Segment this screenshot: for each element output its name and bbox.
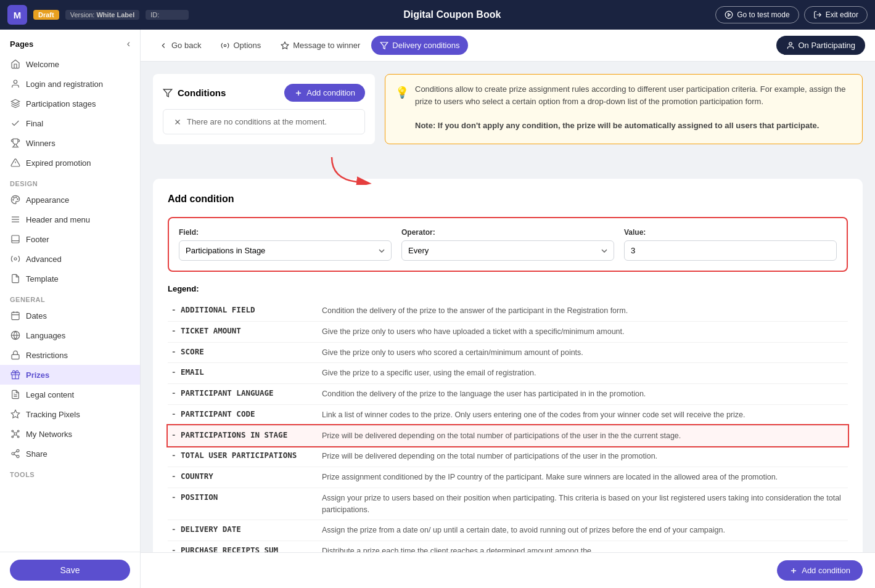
message-winner-button[interactable]: Message to winner — [272, 36, 369, 55]
value-group: Value: — [624, 228, 837, 261]
id-badge: ID: — [146, 10, 189, 20]
sidebar-item-label: Tracking Pixels — [26, 410, 80, 419]
exit-editor-button[interactable]: Exit editor — [804, 6, 868, 23]
back-icon — [159, 41, 168, 50]
general-section-title: General — [0, 288, 140, 306]
sidebar-item-final[interactable]: Final — [0, 113, 140, 133]
version-badge: Version: White Label — [65, 10, 140, 20]
sidebar-item-advanced[interactable]: Advanced — [0, 249, 140, 269]
svg-rect-12 — [12, 235, 19, 243]
svg-point-0 — [725, 11, 733, 18]
sidebar-item-restrictions[interactable]: Restrictions — [0, 345, 140, 365]
delivery-conditions-button[interactable]: Delivery conditions — [371, 36, 468, 55]
legend-key: PARTICIPANT LANGUAGE — [168, 384, 316, 405]
add-condition-card: Add condition Field: Participations in S… — [153, 179, 863, 552]
options-button[interactable]: Options — [212, 36, 269, 55]
alert-icon — [10, 157, 21, 168]
svg-marker-2 — [11, 99, 19, 104]
svg-point-29 — [12, 430, 14, 432]
legend-title: Legend: — [168, 284, 848, 293]
test-mode-button[interactable]: Go to test mode — [715, 6, 799, 23]
legend-key: TICKET AMOUNT — [168, 321, 316, 342]
legend-desc: Give the prize only to users who scored … — [316, 342, 848, 363]
legend-desc: Prize assignment conditioned by the IP c… — [316, 467, 848, 488]
legend-desc: Prize will be delivered depending on the… — [316, 446, 848, 467]
sidebar-item-share[interactable]: Share — [0, 444, 140, 463]
pages-section-title: Pages — [10, 39, 33, 49]
sidebar-item-expired[interactable]: Expired promotion — [0, 153, 140, 173]
sidebar-item-legal[interactable]: Legal content — [0, 385, 140, 404]
svg-marker-42 — [281, 42, 289, 49]
sidebar-item-login[interactable]: Login and registration — [0, 74, 140, 94]
bottom-bar: Add condition — [141, 552, 875, 588]
sidebar-item-participation[interactable]: Participation stages — [0, 94, 140, 113]
legend-desc: Assign the prize from a date on/ up unti… — [316, 520, 848, 541]
share-icon — [10, 448, 21, 459]
legend-row: EMAILGive the prize to a specific user, … — [168, 363, 848, 384]
sidebar-item-tracking[interactable]: Tracking Pixels — [0, 404, 140, 424]
svg-marker-45 — [163, 89, 171, 97]
add-condition-bottom-button[interactable]: Add condition — [777, 560, 863, 581]
svg-marker-43 — [381, 42, 388, 49]
svg-point-28 — [17, 430, 19, 432]
legend-table: ADDITIONAL FIELDCondition the delivery o… — [168, 301, 848, 552]
operator-select[interactable]: Every Equal Greater than Less than — [401, 240, 614, 261]
bulb-icon: 💡 — [395, 84, 409, 135]
svg-marker-26 — [11, 410, 19, 418]
operator-group: Operator: Every Equal Greater than Less … — [401, 228, 614, 261]
svg-line-40 — [14, 451, 17, 453]
legend-key: SCORE — [168, 342, 316, 363]
sidebar-item-template[interactable]: Template — [0, 269, 140, 288]
sidebar-item-label: Languages — [26, 331, 65, 340]
sidebar-item-label: Legal content — [26, 390, 74, 399]
x-icon — [173, 118, 182, 126]
sidebar-item-welcome[interactable]: Welcome — [0, 54, 140, 74]
sidebar-item-dates[interactable]: Dates — [0, 306, 140, 325]
legend-desc: Give the prize to a specific user, using… — [316, 363, 848, 384]
svg-point-8 — [13, 200, 14, 200]
legend-desc: Assign your prize to users based on thei… — [316, 488, 848, 520]
value-input[interactable] — [624, 240, 837, 261]
sidebar-item-appearance[interactable]: Appearance — [0, 190, 140, 210]
legend-row: SCOREGive the prize only to users who sc… — [168, 342, 848, 363]
sidebar: Pages ‹ Welcome Login and registration P… — [0, 30, 141, 588]
svg-line-34 — [14, 435, 15, 436]
plus-icon — [294, 89, 303, 97]
svg-point-7 — [14, 197, 14, 198]
content-scroll: Conditions Add condition There are no co… — [141, 62, 875, 552]
conditions-panel: Conditions Add condition There are no co… — [153, 74, 375, 144]
palette-icon — [10, 194, 21, 205]
field-select[interactable]: Participations in Stage Additional Field… — [179, 240, 392, 261]
calendar-icon — [10, 310, 21, 321]
sidebar-item-networks[interactable]: My Networks — [0, 424, 140, 444]
network-icon — [10, 428, 21, 439]
go-back-button[interactable]: Go back — [150, 36, 210, 55]
tools-section-title: Tools — [0, 463, 140, 481]
plus-bottom-icon — [789, 566, 798, 575]
sidebar-item-footer[interactable]: Footer — [0, 229, 140, 249]
save-button[interactable]: Save — [10, 560, 130, 581]
sidebar-item-label: Template — [26, 274, 59, 284]
document-icon — [10, 389, 21, 400]
trophy-icon — [10, 137, 21, 149]
legend-row: POSITIONAssign your prize to users based… — [168, 488, 848, 520]
svg-point-1 — [14, 80, 17, 83]
svg-point-36 — [17, 449, 19, 452]
sidebar-item-label: Expired promotion — [26, 158, 91, 168]
add-condition-top-button[interactable]: Add condition — [284, 84, 365, 102]
sidebar-item-header[interactable]: Header and menu — [0, 210, 140, 229]
sidebar-collapse-button[interactable]: ‹ — [127, 38, 130, 49]
legend-desc: Condition the delivery of the prize to t… — [316, 384, 848, 405]
sidebar-item-winners[interactable]: Winners — [0, 133, 140, 153]
svg-point-14 — [14, 258, 17, 260]
svg-point-38 — [17, 455, 19, 458]
on-participating-button[interactable]: On Participating — [776, 36, 866, 55]
legend-row: PARTICIPANT LANGUAGECondition the delive… — [168, 384, 848, 405]
legend-key: COUNTRY — [168, 467, 316, 488]
sidebar-item-prizes[interactable]: Prizes — [0, 365, 140, 385]
arrow-container — [153, 154, 863, 185]
empty-state: There are no conditions at the moment. — [163, 109, 365, 134]
sidebar-item-languages[interactable]: Languages — [0, 325, 140, 345]
footer-icon — [10, 234, 21, 245]
add-condition-title: Add condition — [168, 194, 848, 205]
